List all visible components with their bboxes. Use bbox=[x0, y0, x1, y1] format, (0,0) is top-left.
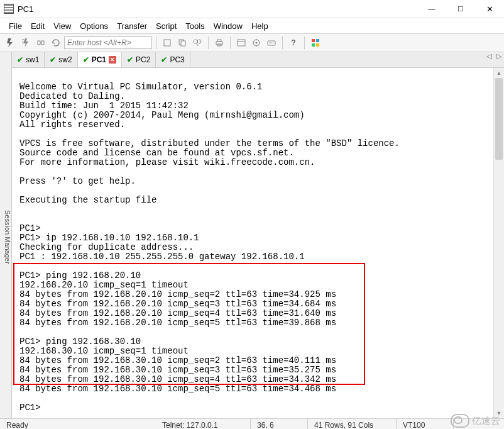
window-titlebar: PC1 — ☐ ✕ bbox=[0, 0, 504, 18]
scroll-up-icon[interactable]: ▲ bbox=[494, 68, 504, 78]
menu-window[interactable]: Window bbox=[214, 21, 243, 31]
help-icon[interactable]: ? bbox=[287, 36, 300, 50]
svg-point-6 bbox=[194, 40, 197, 43]
tab-sw2[interactable]: ✔ sw2 bbox=[45, 52, 77, 67]
tab-label: sw1 bbox=[26, 55, 39, 64]
menu-transfer[interactable]: Transfer bbox=[117, 21, 147, 31]
quick-connect-icon[interactable] bbox=[19, 36, 33, 50]
svg-rect-12 bbox=[238, 40, 245, 46]
menu-bar: File Edit View Options Transfer Script T… bbox=[0, 18, 504, 33]
toolbar-separator bbox=[156, 36, 156, 49]
svg-line-8 bbox=[197, 43, 198, 46]
menu-file[interactable]: File bbox=[9, 21, 22, 31]
status-ready: Ready bbox=[0, 419, 138, 429]
app-icon bbox=[4, 4, 14, 14]
close-tab-icon[interactable]: ✕ bbox=[109, 56, 116, 64]
toolbar-separator bbox=[304, 36, 305, 49]
status-connection: Telnet: 127.0.0.1 bbox=[156, 419, 251, 429]
menu-options[interactable]: Options bbox=[80, 21, 108, 31]
tab-pc1[interactable]: ✔ PC1 ✕ bbox=[78, 52, 122, 67]
check-icon: ✔ bbox=[83, 55, 89, 64]
scroll-down-icon[interactable]: ▼ bbox=[494, 408, 504, 418]
print-icon[interactable] bbox=[212, 36, 226, 50]
svg-rect-5 bbox=[181, 41, 185, 46]
svg-rect-19 bbox=[312, 39, 315, 42]
scroll-thumb[interactable] bbox=[495, 78, 503, 160]
check-icon: ✔ bbox=[161, 55, 167, 64]
svg-rect-0 bbox=[38, 41, 40, 45]
svg-rect-10 bbox=[217, 40, 221, 42]
close-button[interactable]: ✕ bbox=[475, 0, 504, 18]
global-options-icon[interactable] bbox=[249, 36, 263, 50]
tab-pc3[interactable]: ✔ PC3 bbox=[156, 52, 190, 67]
terminal-output[interactable]: Welcome to Virtual PC Simulator, version… bbox=[12, 68, 493, 418]
tab-label: sw2 bbox=[58, 55, 72, 64]
tab-label: PC2 bbox=[136, 55, 150, 64]
color-scheme-icon[interactable] bbox=[309, 36, 322, 50]
new-session-icon[interactable] bbox=[160, 36, 174, 50]
vertical-scrollbar[interactable]: ▲ ▼ bbox=[493, 68, 504, 418]
toolbar-separator bbox=[282, 36, 283, 49]
copy-icon[interactable] bbox=[175, 36, 189, 50]
tab-pc2[interactable]: ✔ PC2 bbox=[122, 52, 156, 67]
toolbar: ? bbox=[0, 33, 504, 52]
terminal-text: Welcome to Virtual PC Simulator, version… bbox=[19, 73, 488, 413]
tab-label: PC1 bbox=[92, 55, 106, 64]
menu-script[interactable]: Script bbox=[156, 21, 177, 31]
tab-scroll-right[interactable]: ▷ bbox=[494, 52, 504, 67]
reconnect-icon[interactable] bbox=[49, 36, 63, 50]
bolt-icon[interactable] bbox=[4, 36, 18, 50]
check-icon: ✔ bbox=[50, 55, 56, 64]
menu-help[interactable]: Help bbox=[251, 21, 268, 31]
svg-rect-21 bbox=[312, 43, 315, 47]
window-title: PC1 bbox=[18, 4, 33, 14]
toolbar-separator bbox=[208, 36, 209, 49]
session-options-icon[interactable] bbox=[234, 36, 248, 50]
maximize-button[interactable]: ☐ bbox=[446, 0, 475, 18]
toolbar-separator bbox=[230, 36, 231, 49]
session-manager-tab[interactable]: Session Manager bbox=[0, 52, 12, 418]
svg-rect-1 bbox=[41, 41, 44, 45]
status-size: 41 Rows, 91 Cols bbox=[308, 419, 397, 429]
svg-point-7 bbox=[197, 40, 201, 43]
svg-rect-3 bbox=[164, 40, 170, 46]
menu-edit[interactable]: Edit bbox=[31, 21, 45, 31]
svg-text:?: ? bbox=[291, 38, 295, 47]
annotation-text: 此时ping一下PC2和PC3，发现3台PC机已经互连互通 实验成功！ bbox=[40, 387, 328, 418]
check-icon: ✔ bbox=[17, 55, 23, 64]
svg-rect-22 bbox=[316, 43, 319, 47]
keyboard-icon[interactable] bbox=[265, 36, 278, 50]
minimize-button[interactable]: — bbox=[417, 0, 446, 18]
host-input[interactable] bbox=[64, 36, 152, 49]
status-termtype: VT100 bbox=[397, 419, 454, 429]
svg-rect-20 bbox=[316, 39, 319, 42]
session-tabs: ✔ sw1 ✔ sw2 ✔ PC1 ✕ ✔ PC2 ✔ PC3 ◁ ▷ bbox=[12, 52, 504, 68]
tab-scroll-left[interactable]: ◁ bbox=[484, 52, 494, 67]
find-icon[interactable] bbox=[190, 36, 204, 50]
menu-tools[interactable]: Tools bbox=[185, 21, 204, 31]
status-bar: Ready Telnet: 127.0.0.1 36, 6 41 Rows, 9… bbox=[0, 418, 504, 429]
status-cursor: 36, 6 bbox=[251, 419, 308, 429]
check-icon: ✔ bbox=[127, 55, 133, 64]
disconnect-icon[interactable] bbox=[34, 36, 48, 50]
tab-sw1[interactable]: ✔ sw1 bbox=[12, 52, 45, 67]
menu-view[interactable]: View bbox=[53, 21, 71, 31]
svg-point-15 bbox=[256, 42, 258, 44]
tab-label: PC3 bbox=[170, 55, 184, 64]
status-extra bbox=[454, 419, 504, 429]
